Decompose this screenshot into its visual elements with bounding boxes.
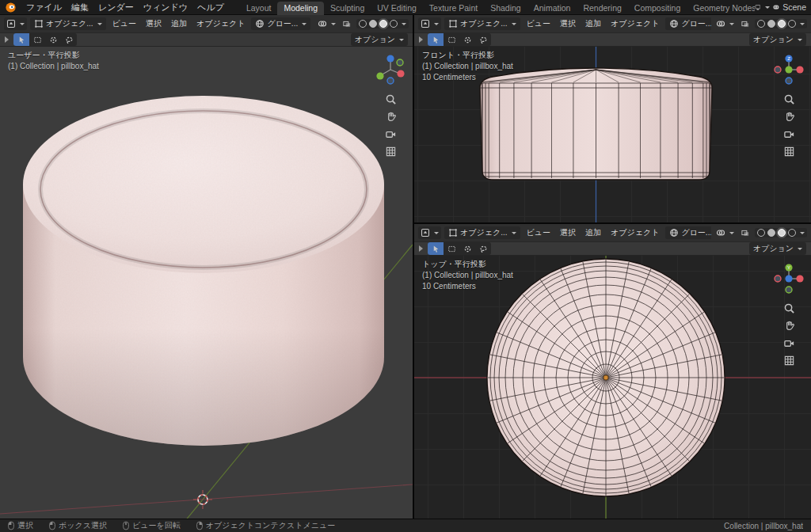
shading-solid-button[interactable] — [369, 20, 377, 28]
shading-wireframe-button[interactable] — [757, 229, 765, 237]
gizmo-x-neg[interactable] — [775, 66, 781, 73]
editor-type-button[interactable] — [4, 17, 27, 30]
shading-material-button[interactable] — [778, 229, 786, 237]
xray-toggle[interactable] — [739, 226, 752, 239]
tool-select-lasso-button[interactable] — [61, 33, 77, 46]
gizmo-y-axis[interactable] — [785, 66, 792, 73]
menu-select[interactable]: 選択 — [143, 17, 165, 31]
editor-type-button[interactable] — [418, 17, 441, 30]
gizmo-x-axis[interactable] — [796, 66, 803, 73]
workspace-tab-layout[interactable]: Layout — [240, 2, 278, 15]
menu-edit[interactable]: 編集 — [67, 1, 93, 14]
menu-object[interactable]: オブジェクト — [193, 17, 248, 31]
pillbox-hat-front-wireframe[interactable] — [478, 68, 714, 180]
gizmo-x-neg[interactable] — [775, 276, 781, 282]
workspace-tab-sculpting[interactable]: Sculpting — [324, 2, 371, 15]
shading-wireframe-button[interactable] — [757, 20, 765, 28]
viewport-3d-front-canvas[interactable]: フロント・平行投影 (1) Collection | pillbox_hat 1… — [414, 47, 811, 222]
options-button[interactable]: オプション — [749, 33, 806, 46]
tool-select-box-button[interactable] — [29, 33, 45, 46]
workspace-tab-rendering[interactable]: Rendering — [577, 2, 627, 15]
shading-material-button[interactable] — [379, 20, 387, 28]
tool-select-lasso-button[interactable] — [475, 33, 491, 46]
xray-toggle[interactable] — [341, 17, 353, 30]
workspace-tab-modeling[interactable]: Modeling — [277, 2, 324, 15]
gizmo-z-axis[interactable] — [785, 275, 792, 282]
menu-render[interactable]: レンダー — [93, 1, 139, 14]
zoom-icon[interactable] — [783, 93, 795, 105]
toolbar-expand-icon[interactable] — [419, 36, 423, 43]
workspace-tab-geometry-nodes[interactable]: Geometry Nodes — [687, 2, 754, 15]
tool-select-circle-button[interactable] — [459, 33, 475, 46]
mode-select[interactable]: オブジェク... — [444, 17, 520, 30]
orthographic-grid-icon[interactable] — [783, 146, 795, 158]
camera-view-icon[interactable] — [783, 337, 795, 349]
tool-tweak-button[interactable] — [428, 242, 444, 255]
shading-rendered-button[interactable] — [788, 20, 796, 28]
workspace-tab-compositing[interactable]: Compositing — [628, 2, 687, 15]
menu-add[interactable]: 追加 — [168, 17, 190, 31]
front-view-scene[interactable] — [414, 47, 811, 222]
pillbox-hat-top-wireframe[interactable] — [487, 259, 725, 496]
blender-logo-icon[interactable] — [5, 2, 17, 13]
tool-select-circle-button[interactable] — [459, 242, 475, 255]
pan-hand-icon[interactable] — [783, 320, 795, 332]
transform-orientation-select[interactable]: グロー... — [251, 17, 310, 30]
menu-view[interactable]: ビュー — [524, 17, 554, 31]
mode-select[interactable]: オブジェク... — [444, 226, 520, 239]
show-overlays-toggle[interactable] — [316, 17, 337, 30]
gizmo-z-neg[interactable] — [387, 78, 394, 84]
top-view-scene[interactable] — [414, 256, 811, 519]
gizmo-y-axis[interactable] — [376, 72, 383, 79]
shading-wireframe-button[interactable] — [359, 20, 367, 28]
orthographic-grid-icon[interactable] — [385, 146, 397, 158]
tool-select-lasso-button[interactable] — [475, 242, 491, 255]
shading-solid-button[interactable] — [767, 229, 775, 237]
pan-hand-icon[interactable] — [385, 111, 397, 123]
viewport-3d-top-canvas[interactable]: トップ・平行投影 (1) Collection | pillbox_hat 10… — [414, 256, 811, 519]
mode-select[interactable]: オブジェク... — [30, 17, 106, 30]
menu-file[interactable]: ファイル — [21, 1, 67, 14]
workspace-tab-animation[interactable]: Animation — [527, 2, 577, 15]
viewport-3d-user-canvas[interactable]: ユーザー・平行投影 (1) Collection | pillbox_hat — [0, 47, 413, 519]
menu-object[interactable]: オブジェクト — [607, 226, 662, 240]
workspace-tab-uv-editing[interactable]: UV Editing — [371, 2, 423, 15]
menu-select[interactable]: 選択 — [557, 17, 579, 31]
gizmo-z-neg[interactable] — [786, 78, 792, 84]
options-button[interactable]: オプション — [351, 33, 408, 46]
pan-hand-icon[interactable] — [783, 111, 795, 123]
workspace-tab-shading[interactable]: Shading — [484, 2, 527, 15]
navigation-gizmo[interactable] — [372, 51, 409, 88]
workspace-tab-texture-paint[interactable]: Texture Paint — [423, 2, 484, 15]
zoom-icon[interactable] — [783, 302, 795, 314]
tool-select-box-button[interactable] — [444, 242, 459, 255]
menu-object[interactable]: オブジェクト — [607, 17, 662, 31]
xray-toggle[interactable] — [739, 17, 752, 30]
gizmo-x-axis[interactable] — [397, 70, 404, 77]
camera-view-icon[interactable] — [385, 128, 397, 140]
shading-material-button[interactable] — [778, 20, 786, 28]
tool-select-box-button[interactable] — [444, 33, 459, 46]
gizmo-x-axis[interactable] — [796, 275, 803, 282]
shading-solid-button[interactable] — [767, 20, 775, 28]
toolbar-expand-icon[interactable] — [5, 36, 9, 43]
scene-icon[interactable] — [755, 2, 761, 12]
gizmo-y-neg[interactable] — [397, 59, 403, 66]
menu-help[interactable]: ヘルプ — [192, 1, 229, 14]
transform-orientation-select[interactable]: グロー... — [665, 226, 711, 239]
orthographic-grid-icon[interactable] — [783, 355, 795, 367]
menu-add[interactable]: 追加 — [582, 17, 604, 31]
user-view-scene[interactable] — [0, 47, 413, 519]
tool-tweak-button[interactable] — [428, 33, 444, 46]
shading-rendered-button[interactable] — [390, 20, 398, 28]
camera-view-icon[interactable] — [783, 128, 795, 140]
transform-orientation-select[interactable]: グロー... — [665, 17, 711, 30]
options-button[interactable]: オプション — [749, 242, 806, 255]
navigation-gizmo[interactable]: Y — [771, 260, 807, 297]
menu-view[interactable]: ビュー — [524, 226, 554, 240]
zoom-icon[interactable] — [385, 93, 397, 105]
show-overlays-toggle[interactable] — [714, 226, 736, 239]
shading-rendered-button[interactable] — [788, 229, 796, 237]
tool-tweak-button[interactable] — [13, 33, 29, 46]
navigation-gizmo[interactable]: Z — [771, 51, 807, 88]
